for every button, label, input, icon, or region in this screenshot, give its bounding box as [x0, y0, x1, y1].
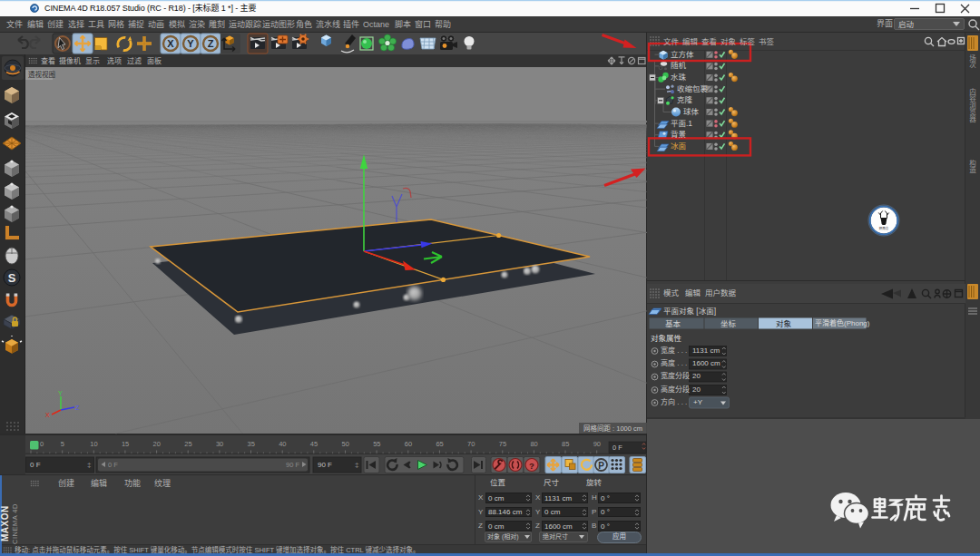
svg-text:Z: Z [208, 38, 214, 49]
svg-text:Y: Y [187, 38, 194, 49]
svg-text:?: ? [529, 461, 534, 471]
svg-text:S: S [8, 271, 16, 285]
svg-text:Y: Y [58, 390, 63, 396]
svg-text:X: X [167, 38, 174, 49]
svg-text:X: X [45, 412, 50, 418]
svg-text:Z: Z [75, 405, 80, 411]
svg-text:P: P [598, 461, 604, 471]
svg-text:野鹿志: 野鹿志 [879, 226, 889, 230]
